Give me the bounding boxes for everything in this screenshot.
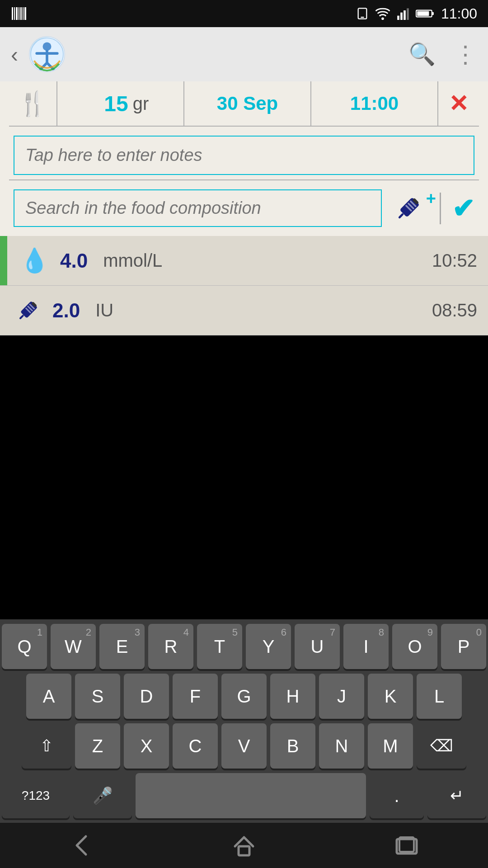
log-time-1: 10:52 xyxy=(432,250,477,271)
svg-rect-13 xyxy=(407,8,409,20)
log-item[interactable]: 2.0 IU 08:59 xyxy=(0,286,488,335)
keyboard-row-4: ?123 🎤 . ↵ xyxy=(2,773,486,818)
key-backspace[interactable]: ⌫ xyxy=(417,723,466,769)
fork-icon: 🍴 xyxy=(18,90,47,118)
log-item[interactable]: 💧 4.0 mmol/L 10:52 xyxy=(0,236,488,286)
inject-add-button[interactable]: + xyxy=(393,193,429,224)
log-value-1: 4.0 xyxy=(60,250,88,272)
key-x[interactable]: X xyxy=(124,723,169,769)
key-f[interactable]: F xyxy=(173,674,218,719)
key-p[interactable]: P0 xyxy=(441,624,486,669)
log-value-2: 2.0 xyxy=(52,299,80,322)
svg-rect-3 xyxy=(19,7,19,20)
barcode-icon xyxy=(11,5,27,22)
svg-rect-1 xyxy=(14,7,15,20)
key-s[interactable]: S xyxy=(75,674,120,719)
key-o[interactable]: O9 xyxy=(392,624,437,669)
phone-icon xyxy=(356,7,369,20)
log-unit-1: mmol/L xyxy=(103,250,162,271)
svg-rect-5 xyxy=(23,7,23,20)
svg-rect-0 xyxy=(12,7,13,20)
log-unit-2: IU xyxy=(95,300,113,321)
key-m[interactable]: M xyxy=(368,723,413,769)
key-j[interactable]: J xyxy=(319,674,364,719)
divider xyxy=(440,193,441,224)
close-col[interactable]: ✕ xyxy=(438,81,479,126)
key-period[interactable]: . xyxy=(370,773,424,818)
search-row: + ✔ xyxy=(9,180,479,236)
plus-badge: + xyxy=(426,189,436,208)
more-options-button[interactable]: ⋮ xyxy=(454,41,477,68)
time-col[interactable]: 11:00 xyxy=(311,81,438,126)
close-button[interactable]: ✕ xyxy=(449,90,469,117)
keyboard-row-1: Q1 W2 E3 R4 T5 Y6 U7 I8 O9 P0 xyxy=(2,624,486,669)
quantity-value: 15 xyxy=(92,91,128,116)
key-n[interactable]: N xyxy=(319,723,364,769)
nav-home-button[interactable] xyxy=(230,832,258,859)
key-t[interactable]: T5 xyxy=(197,624,242,669)
key-space[interactable] xyxy=(136,773,366,818)
syringe-log-icon xyxy=(14,297,42,324)
wifi-icon xyxy=(375,7,390,20)
nav-back-button[interactable] xyxy=(68,832,95,859)
keyboard: Q1 W2 E3 R4 T5 Y6 U7 I8 O9 P0 A S D F G … xyxy=(0,619,488,823)
key-y[interactable]: Y6 xyxy=(246,624,291,669)
svg-rect-2 xyxy=(16,7,18,20)
svg-rect-12 xyxy=(404,10,406,20)
key-d[interactable]: D xyxy=(124,674,169,719)
notes-input[interactable] xyxy=(14,136,474,175)
key-q[interactable]: Q1 xyxy=(2,624,47,669)
signal-icon xyxy=(397,7,409,20)
date-col[interactable]: 30 Sep xyxy=(184,81,311,126)
key-u[interactable]: U7 xyxy=(295,624,340,669)
svg-point-9 xyxy=(381,17,384,20)
svg-rect-31 xyxy=(19,314,24,319)
key-v[interactable]: V xyxy=(221,723,267,769)
green-bar xyxy=(0,236,7,285)
svg-rect-16 xyxy=(417,11,429,16)
key-l[interactable]: L xyxy=(417,674,462,719)
key-k[interactable]: K xyxy=(368,674,413,719)
svg-rect-25 xyxy=(398,212,404,218)
status-bar: 11:00 xyxy=(0,0,488,27)
nav-bar xyxy=(0,823,488,868)
status-bar-left xyxy=(11,5,27,22)
key-z[interactable]: Z xyxy=(75,723,120,769)
key-enter[interactable]: ↵ xyxy=(427,773,486,818)
back-button[interactable]: ‹ xyxy=(11,42,18,67)
search-food-input[interactable] xyxy=(14,189,382,227)
app-bar-right: 🔍 ⋮ xyxy=(408,41,477,68)
log-time-2: 08:59 xyxy=(432,300,477,321)
key-b[interactable]: B xyxy=(270,723,315,769)
syringe-icon xyxy=(393,193,424,224)
svg-rect-4 xyxy=(20,7,22,20)
log-area: 💧 4.0 mmol/L 10:52 2.0 IU 08:59 xyxy=(0,236,488,335)
quantity-unit: gr xyxy=(133,94,149,114)
nav-recents-button[interactable] xyxy=(393,832,420,859)
search-button[interactable]: 🔍 xyxy=(408,42,436,67)
logo-image xyxy=(30,37,64,71)
key-w[interactable]: W2 xyxy=(51,624,96,669)
meal-type-col[interactable]: 🍴 xyxy=(9,81,57,126)
entry-date: 30 Sep xyxy=(217,93,278,114)
key-microphone[interactable]: 🎤 xyxy=(73,773,132,818)
status-bar-right: 11:00 xyxy=(356,5,477,22)
key-shift[interactable]: ⇧ xyxy=(22,723,71,769)
key-a[interactable]: A xyxy=(26,674,71,719)
key-h[interactable]: H xyxy=(270,674,315,719)
quantity-col[interactable]: 15 gr xyxy=(57,81,184,126)
key-g[interactable]: G xyxy=(221,674,267,719)
key-e[interactable]: E3 xyxy=(99,624,145,669)
entry-time: 11:00 xyxy=(350,93,399,114)
key-c[interactable]: C xyxy=(173,723,218,769)
confirm-button[interactable]: ✔ xyxy=(452,193,474,224)
key-r[interactable]: R4 xyxy=(148,624,193,669)
svg-rect-15 xyxy=(432,12,434,15)
key-symbols[interactable]: ?123 xyxy=(2,773,70,818)
keyboard-row-2: A S D F G H J K L xyxy=(2,674,486,719)
status-time: 11:00 xyxy=(441,5,477,22)
app-logo[interactable] xyxy=(29,36,65,72)
key-i[interactable]: I8 xyxy=(343,624,389,669)
notes-container xyxy=(9,127,479,180)
svg-rect-6 xyxy=(24,7,26,20)
